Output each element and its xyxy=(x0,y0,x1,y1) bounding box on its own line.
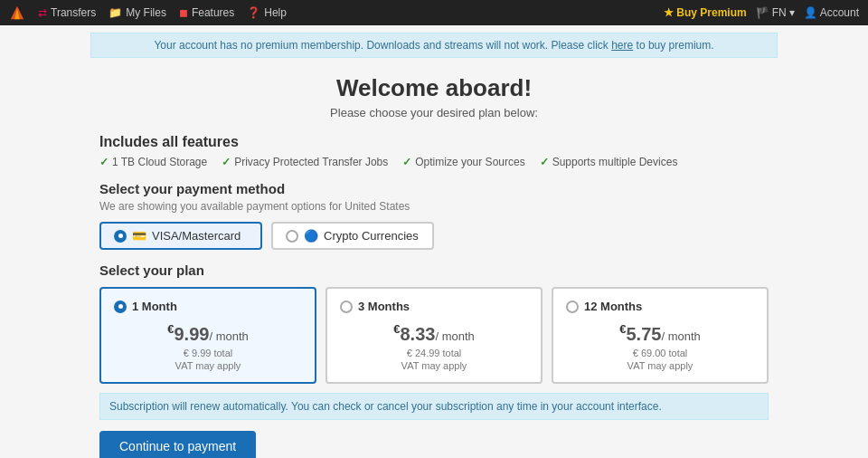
payment-subtext: We are showing you available payment opt… xyxy=(99,200,769,213)
plan-section: Select your plan 1 Month €9.99/ month € … xyxy=(99,262,769,384)
nav-help[interactable]: ❓ Help xyxy=(247,6,287,19)
buy-premium-button[interactable]: ★ Buy Premium xyxy=(664,6,746,19)
radio-3months xyxy=(340,301,353,313)
main-content: Welcome aboard! Please choose your desir… xyxy=(90,65,778,458)
plan-vat-12months: VAT may apply xyxy=(566,360,754,371)
plan-card-header-3months: 3 Months xyxy=(340,300,528,313)
radio-crypto xyxy=(286,230,298,243)
continue-payment-button[interactable]: Continue to payment xyxy=(99,431,256,458)
check-icon-3: ✓ xyxy=(402,156,411,168)
features-section: Includes all features ✓ 1 TB Cloud Stora… xyxy=(99,134,769,168)
logo-icon xyxy=(9,5,25,21)
crypto-label: Crypto Currencies xyxy=(324,229,419,243)
payment-section: Select your payment method We are showin… xyxy=(99,181,769,250)
payment-heading: Select your payment method xyxy=(99,181,769,196)
check-icon-1: ✓ xyxy=(99,156,108,168)
nav-features[interactable]: ◼ Features xyxy=(179,6,234,19)
plan-card-1month[interactable]: 1 Month €9.99/ month € 9.99 total VAT ma… xyxy=(99,287,316,384)
feature-item-4: ✓ Supports multiple Devices xyxy=(540,156,678,168)
plan-price-12months: €5.75/ month xyxy=(566,322,754,345)
features-heading: Includes all features xyxy=(99,134,769,150)
transfers-icon: ⇄ xyxy=(38,6,47,19)
radio-1month xyxy=(114,301,127,313)
feature-item-2: ✓ Privacy Protected Transfer Jobs xyxy=(222,156,388,168)
flag-icon: 🏴 xyxy=(756,6,769,19)
alert-link[interactable]: here xyxy=(611,39,633,52)
subscription-note: Subscription will renew automatically. Y… xyxy=(99,393,769,420)
welcome-title: Welcome aboard! xyxy=(99,74,769,102)
plan-total-3months: € 24.99 total xyxy=(340,348,528,358)
plan-card-header-1month: 1 Month xyxy=(114,300,302,313)
check-icon-2: ✓ xyxy=(222,156,231,168)
plan-total-12months: € 69.00 total xyxy=(566,348,754,358)
plan-cards: 1 Month €9.99/ month € 9.99 total VAT ma… xyxy=(99,287,769,384)
plan-label-1month: 1 Month xyxy=(132,300,177,313)
nav-myfiles[interactable]: 📁 My Files xyxy=(108,6,166,19)
plan-card-12months[interactable]: 12 Months €5.75/ month € 69.00 total VAT… xyxy=(552,287,769,384)
radio-visa xyxy=(114,230,127,243)
plan-price-1month: €9.99/ month xyxy=(114,322,302,345)
payment-options: 💳 VISA/Mastercard 🔵 Crypto Currencies xyxy=(99,222,769,250)
feature-item-1: ✓ 1 TB Cloud Storage xyxy=(99,156,207,168)
features-list: ✓ 1 TB Cloud Storage ✓ Privacy Protected… xyxy=(99,156,769,168)
plan-label-12months: 12 Months xyxy=(584,300,642,313)
crypto-icon: 🔵 xyxy=(304,229,318,243)
help-icon: ❓ xyxy=(247,6,260,19)
logo[interactable] xyxy=(9,5,25,21)
nav-transfers[interactable]: ⇄ Transfers xyxy=(38,6,96,19)
plan-vat-1month: VAT may apply xyxy=(114,360,302,371)
plan-label-3months: 3 Months xyxy=(358,300,410,313)
features-icon: ◼ xyxy=(179,6,188,19)
welcome-subtitle: Please choose your desired plan below: xyxy=(99,106,769,119)
plan-card-header-12months: 12 Months xyxy=(566,300,754,313)
payment-option-visa[interactable]: 💳 VISA/Mastercard xyxy=(99,222,262,250)
feature-item-3: ✓ Optimize your Sources xyxy=(402,156,524,168)
alert-bar: Your account has no premium membership. … xyxy=(90,33,778,58)
user-icon: 👤 xyxy=(804,6,817,19)
top-navigation: ⇄ Transfers 📁 My Files ◼ Features ❓ Help… xyxy=(0,0,868,25)
subscription-note-text: Subscription will renew automatically. Y… xyxy=(109,400,662,413)
radio-12months xyxy=(566,301,579,313)
plan-card-3months[interactable]: 3 Months €8.33/ month € 24.99 total VAT … xyxy=(326,287,542,384)
visa-icon: 💳 xyxy=(132,229,146,243)
alert-text: Your account has no premium membership. … xyxy=(154,39,713,52)
star-icon: ★ xyxy=(664,6,674,19)
myfiles-icon: 📁 xyxy=(108,6,122,19)
check-icon-4: ✓ xyxy=(540,156,549,168)
plan-heading: Select your plan xyxy=(99,262,769,278)
plan-vat-3months: VAT may apply xyxy=(340,360,528,371)
language-selector[interactable]: 🏴 FN ▾ xyxy=(756,6,795,19)
plan-price-3months: €8.33/ month xyxy=(340,322,528,345)
payment-option-crypto[interactable]: 🔵 Crypto Currencies xyxy=(271,222,434,250)
topnav-right: ★ Buy Premium 🏴 FN ▾ 👤 Account xyxy=(664,6,859,19)
chevron-down-icon: ▾ xyxy=(789,6,795,19)
account-menu[interactable]: 👤 Account xyxy=(804,6,859,19)
visa-label: VISA/Mastercard xyxy=(152,229,241,243)
plan-total-1month: € 9.99 total xyxy=(114,348,302,358)
